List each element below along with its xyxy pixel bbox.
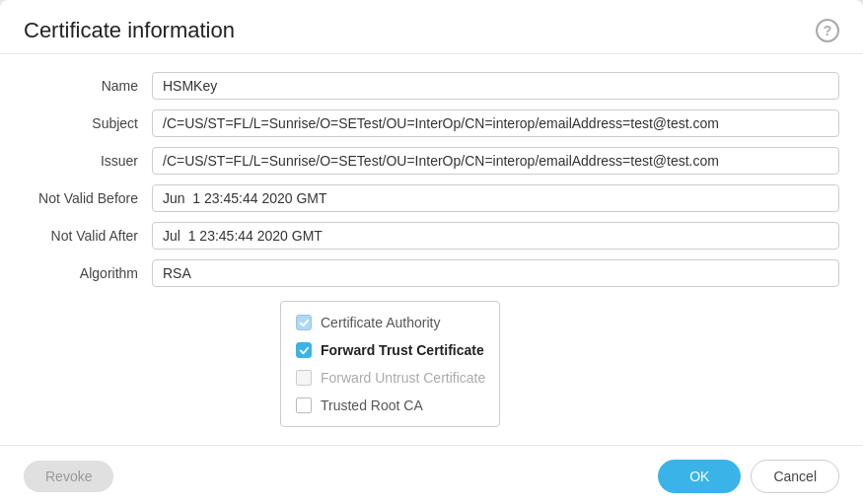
checkboxes-section: Certificate Authority Forward Trust Cert…: [280, 301, 500, 427]
checkmark-icon: [299, 318, 310, 328]
forward-untrust-label: Forward Untrust Certificate: [321, 370, 485, 386]
dialog-footer: Revoke OK Cancel: [0, 445, 863, 504]
not-valid-after-input[interactable]: [152, 222, 839, 250]
checkmark-icon: [299, 345, 310, 356]
forward-trust-row[interactable]: Forward Trust Certificate: [295, 341, 485, 359]
subject-row: Subject: [24, 109, 839, 137]
name-row: Name: [24, 72, 839, 100]
revoke-button[interactable]: Revoke: [24, 461, 113, 492]
forward-untrust-checkbox[interactable]: [295, 369, 313, 387]
trusted-root-row[interactable]: Trusted Root CA: [295, 396, 485, 414]
help-icon[interactable]: ?: [816, 19, 839, 42]
trusted-root-label: Trusted Root CA: [321, 397, 423, 413]
action-buttons: OK Cancel: [658, 460, 839, 493]
dialog-body: Name Subject Issuer Not Valid Before Not…: [0, 54, 863, 437]
name-label: Name: [24, 78, 152, 94]
cert-authority-row[interactable]: Certificate Authority: [295, 314, 485, 331]
cancel-button[interactable]: Cancel: [751, 460, 839, 493]
ok-button[interactable]: OK: [658, 460, 741, 493]
not-valid-after-label: Not Valid After: [24, 228, 152, 244]
cert-authority-checkbox[interactable]: [295, 314, 313, 331]
name-input[interactable]: [152, 72, 839, 100]
forward-trust-label: Forward Trust Certificate: [321, 342, 484, 358]
not-valid-after-row: Not Valid After: [24, 222, 839, 250]
certificate-information-dialog: Certificate information ? Name Subject I…: [0, 0, 863, 504]
dialog-title: Certificate information: [24, 18, 235, 43]
subject-input[interactable]: [152, 109, 839, 137]
algorithm-input[interactable]: [152, 259, 839, 287]
cert-authority-label: Certificate Authority: [321, 315, 440, 330]
algorithm-label: Algorithm: [24, 265, 152, 281]
not-valid-before-row: Not Valid Before: [24, 184, 839, 212]
not-valid-before-input[interactable]: [152, 184, 839, 212]
dialog-header: Certificate information ?: [0, 0, 863, 54]
trusted-root-checkbox[interactable]: [295, 396, 313, 414]
checkboxes-row: Certificate Authority Forward Trust Cert…: [24, 297, 839, 427]
not-valid-before-label: Not Valid Before: [24, 190, 152, 206]
issuer-row: Issuer: [24, 147, 839, 175]
forward-untrust-row[interactable]: Forward Untrust Certificate: [295, 369, 485, 387]
issuer-input[interactable]: [152, 147, 839, 175]
forward-trust-checkbox[interactable]: [295, 341, 313, 359]
algorithm-row: Algorithm: [24, 259, 839, 287]
issuer-label: Issuer: [24, 153, 152, 169]
subject-label: Subject: [24, 115, 152, 131]
